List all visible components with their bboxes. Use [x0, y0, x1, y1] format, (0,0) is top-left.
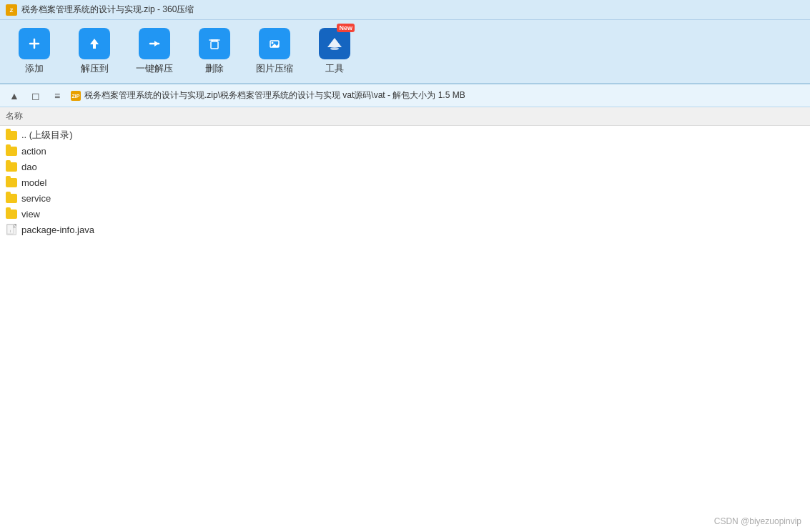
svg-marker-26 [14, 225, 16, 227]
imgzip-button[interactable]: 图片压缩 [252, 28, 297, 75]
add-button[interactable]: 添加 [11, 28, 57, 75]
delete-icon [199, 28, 230, 59]
svg-text:Z: Z [10, 7, 14, 14]
window-title: 税务档案管理系统的设计与实现.zip - 360压缩 [21, 4, 194, 16]
svg-text:j: j [9, 230, 11, 232]
path-bar: ▲ ◻ ≡ ZIP 税务档案管理系统的设计与实现.zip\税务档案管理系统的设计… [0, 84, 810, 107]
onekey-label: 一键解压 [136, 62, 173, 75]
tools-button[interactable]: New 工具 [312, 28, 357, 75]
tools-icon: New [319, 28, 350, 59]
list-item[interactable]: j package-info.java [0, 222, 810, 237]
imgzip-icon [259, 28, 290, 59]
column-header: 名称 [0, 107, 810, 126]
file-icon: j [6, 224, 17, 235]
list-item[interactable]: .. (上级目录) [0, 127, 810, 143]
new-badge: New [337, 24, 355, 32]
extract-icon [79, 28, 110, 59]
folder-icon [6, 208, 17, 220]
folder-icon [6, 161, 17, 172]
zip-icon: ZIP [70, 90, 82, 102]
svg-point-18 [272, 42, 274, 44]
view-button-2[interactable]: ≡ [49, 87, 66, 104]
app-icon: Z [6, 4, 17, 16]
toolbar: 添加 解压到 一键解压 [0, 20, 810, 84]
title-bar: Z 税务档案管理系统的设计与实现.zip - 360压缩 [0, 0, 810, 20]
tools-label: 工具 [325, 62, 344, 75]
folder-icon [6, 177, 17, 188]
list-item[interactable]: model [0, 174, 810, 190]
list-item[interactable]: action [0, 143, 810, 159]
item-name: view [21, 209, 40, 220]
item-name: .. (上级目录) [21, 129, 73, 142]
watermark: CSDN @biyezuopinvip [714, 516, 801, 526]
extract-label: 解压到 [81, 62, 109, 75]
imgzip-label: 图片压缩 [256, 62, 293, 75]
path-string: 税务档案管理系统的设计与实现.zip\税务档案管理系统的设计与实现 vat源码\… [84, 89, 465, 102]
item-name: model [21, 177, 46, 188]
file-list: .. (上级目录)actiondaomodelserviceview j pac… [0, 126, 810, 532]
list-item[interactable]: dao [0, 159, 810, 174]
delete-label: 删除 [205, 62, 224, 75]
content-area: 名称 .. (上级目录)actiondaomodelserviceview j … [0, 107, 810, 532]
item-name: dao [21, 162, 37, 172]
back-button[interactable]: ▲ [6, 87, 23, 104]
item-name: action [21, 146, 46, 157]
name-column-header: 名称 [6, 110, 23, 122]
svg-point-21 [330, 47, 339, 50]
folder-icon [6, 129, 17, 141]
onekey-icon [139, 28, 170, 59]
folder-icon [6, 145, 17, 157]
list-item[interactable]: view [0, 206, 810, 222]
add-icon [19, 28, 50, 59]
view-button-1[interactable]: ◻ [27, 87, 44, 104]
add-label: 添加 [25, 62, 44, 75]
svg-marker-20 [327, 38, 342, 47]
extract-button[interactable]: 解压到 [71, 28, 117, 75]
item-name: service [21, 193, 51, 204]
svg-text:ZIP: ZIP [72, 94, 80, 99]
path-text: ZIP 税务档案管理系统的设计与实现.zip\税务档案管理系统的设计与实现 va… [70, 89, 804, 102]
item-name: package-info.java [21, 225, 94, 235]
folder-icon [6, 192, 17, 204]
list-item[interactable]: service [0, 190, 810, 206]
delete-button[interactable]: 删除 [192, 28, 237, 75]
onekey-button[interactable]: 一键解压 [132, 28, 177, 75]
